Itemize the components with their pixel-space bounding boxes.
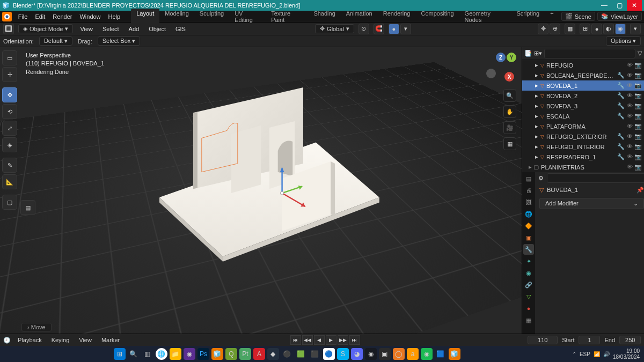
blender-tb-icon-2[interactable]: 🧊 [449,348,460,360]
outliner-row-respiradero_1[interactable]: ▸ ▽RESPIRADERO_1🔧👁📷 [522,152,644,162]
shading-solid-icon[interactable]: ● [591,24,602,34]
eye-icon[interactable]: 👁 [627,72,633,79]
camera-icon[interactable]: 📷 [634,123,642,130]
tab-scripting[interactable]: Scripting [511,9,545,25]
tool-select-box[interactable]: ▭ [2,50,17,65]
pin-icon[interactable]: 📌 [636,187,644,194]
obs-icon[interactable]: ⚫ [281,348,293,360]
camera-icon[interactable]: 📷 [634,153,642,160]
shading-wireframe-icon[interactable]: ⊞ [580,24,590,34]
tab-texture-paint[interactable]: Texture Paint [266,9,308,25]
ptab-data[interactable]: ▽ [523,291,534,302]
outliner-row-boleana_respiadero[interactable]: ▸ ▽BOLEANA_RESPIADERO🔧👁📷 [522,70,644,80]
autodesk-icon[interactable]: A [253,348,265,360]
transform-orientation[interactable]: ✥ Global ▾ [315,24,354,33]
camera-icon[interactable]: 📷 [634,164,642,171]
tab-compositing[interactable]: Compositing [415,9,459,25]
drag-dropdown[interactable]: Select Box ▾ [98,36,141,46]
close-button[interactable]: ✕ [627,0,642,11]
app-icon-6[interactable]: 🔵 [323,348,335,360]
overlays-toggle-icon[interactable]: ⊕ [550,24,560,34]
proportional-falloff-icon[interactable]: ▾ [400,24,411,34]
perspective-toggle-icon[interactable]: ▦ [503,137,516,150]
vp-menu-add[interactable]: Add [126,25,142,33]
ptab-constraints[interactable]: 🔗 [523,279,534,290]
tab-geometry-nodes[interactable]: Geometry Nodes [459,9,511,25]
viewlayer-selector[interactable]: 📚 ViewLayer [597,12,642,21]
tool-add-cube[interactable]: ▢ [2,195,17,210]
app-icon-8[interactable]: 🟦 [435,348,447,360]
axis-z-icon[interactable]: Z [496,53,506,62]
outliner-row-boveda_1[interactable]: ▸ ▽BOVEDA_1🔧👁📷 [522,80,644,91]
start-icon[interactable]: ⊞ [114,348,126,360]
vp-menu-object[interactable]: Object [146,25,169,33]
taskview-icon[interactable]: ▥ [142,348,153,360]
search-icon[interactable]: 🔍 [128,348,140,360]
options-dropdown[interactable]: Options ▾ [606,36,641,46]
search-pin-icon[interactable]: ⚙ [538,175,544,182]
editor-type-icon[interactable]: 🔳 [3,24,14,34]
amazon-icon[interactable]: a [407,348,419,360]
mode-selector[interactable]: ◈ Object Mode ▾ [18,24,73,33]
spotify-icon[interactable]: ◉ [421,348,433,360]
properties-search-input[interactable] [547,173,644,183]
axis-neg-icon[interactable] [486,69,496,78]
chrome-icon[interactable]: 🌐 [156,348,167,360]
timeline-menu-marker[interactable]: Marker [99,336,122,344]
camera-view-icon[interactable]: 🎥 [503,121,516,134]
camera-icon[interactable]: 📷 [634,133,642,140]
xray-icon[interactable]: ▦ [565,24,575,34]
substance-icon[interactable]: Pt [239,348,251,360]
system-tray[interactable]: ⌃ ESP 📶 🔊 19:00 18/03/2024 [572,348,640,360]
outliner-row-plataforma[interactable]: ▸ ▽PLATAFORMA👁📷 [522,121,644,131]
tab-modeling[interactable]: Modeling [159,9,194,25]
camera-icon[interactable]: 📷 [634,62,642,69]
eye-icon[interactable]: 👁 [627,62,633,69]
eye-icon[interactable]: 👁 [627,143,633,150]
ptab-particles[interactable]: ✦ [523,256,534,267]
outliner-filter-icon[interactable]: ▽ [638,50,642,57]
menu-window[interactable]: Window [76,12,104,21]
tool-cursor[interactable]: ✛ [2,67,17,82]
timeline-menu-view[interactable]: View [76,336,94,344]
tool-move[interactable]: ✥ [2,87,17,102]
eye-icon[interactable]: 👁 [627,82,633,89]
timeline-type-icon[interactable]: 🕘 [3,337,11,344]
vp-menu-select[interactable]: Select [100,25,122,33]
tray-date[interactable]: 18/03/2024 [613,354,640,360]
vp-menu-view[interactable]: View [77,25,96,33]
timeline-menu-keying[interactable]: Keying [49,336,72,344]
camera-icon[interactable]: 📷 [634,92,642,99]
menu-render[interactable]: Render [49,12,75,21]
proportional-edit-icon[interactable]: ● [389,24,399,34]
app-icon-5[interactable]: ⬛ [309,348,321,360]
tab-add[interactable]: + [545,9,559,25]
maximize-button[interactable]: ▢ [612,0,627,11]
tool-transform[interactable]: ◈ [2,137,17,152]
tab-animation[interactable]: Animation [341,9,378,25]
current-frame-field[interactable]: 110 [528,336,558,344]
blender-icon[interactable] [2,12,12,21]
steam-icon[interactable]: ◉ [365,348,377,360]
3d-viewport[interactable]: User Perspective (110) REFUGIO | BOVEDA_… [0,47,522,334]
minimize-button[interactable]: — [597,0,612,11]
ptab-material[interactable]: ● [523,303,534,314]
eye-icon[interactable]: 👁 [627,92,633,99]
ptab-output[interactable]: 🖨 [523,185,534,196]
jump-start-icon[interactable]: ⏮ [290,335,301,345]
skype-icon[interactable]: S [337,348,349,360]
shading-dropdown-icon[interactable]: ▾ [630,24,641,34]
jump-end-icon[interactable]: ⏭ [349,335,360,345]
tab-uv-editing[interactable]: UV Editing [229,9,266,25]
ptab-render[interactable]: ▤ [523,173,534,184]
outliner-tree[interactable]: ▸ ▽REFUGIO👁📷▸ ▽BOLEANA_RESPIADERO🔧👁📷▸ ▽B… [522,60,644,172]
orientation-dropdown[interactable]: Default ▾ [39,36,72,46]
keyframe-next-icon[interactable]: ▶▶ [338,335,348,345]
app-icon-7[interactable]: ◯ [393,348,405,360]
start-frame-field[interactable]: 1 [579,336,600,344]
camera-icon[interactable]: 📷 [634,72,642,79]
outliner-type-icon[interactable]: 📑 [524,50,532,57]
menu-help[interactable]: Help [105,12,124,21]
timeline-menu-playback[interactable]: Playback [15,336,45,344]
play-reverse-icon[interactable]: ◀ [314,335,325,345]
